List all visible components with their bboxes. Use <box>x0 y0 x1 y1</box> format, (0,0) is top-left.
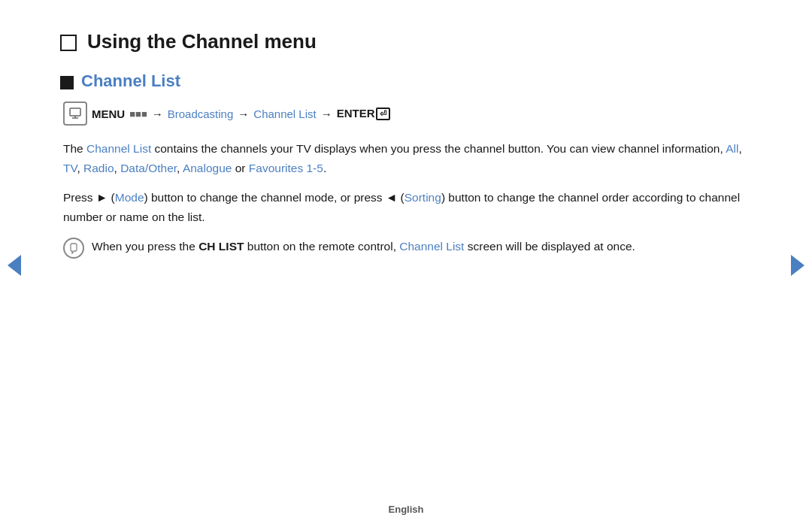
channel-list-blue: Channel List <box>399 240 464 253</box>
svg-rect-0 <box>70 108 80 116</box>
favourites-inline: Favourites 1-5 <box>249 162 323 174</box>
menu-hand-icon <box>63 101 87 126</box>
nav-arrow-right[interactable] <box>791 255 804 276</box>
arrow2: → <box>238 108 249 120</box>
nav-arrow-left[interactable] <box>8 255 21 276</box>
section-title-text: Channel List <box>81 71 180 91</box>
section-title-row: Channel List <box>60 71 752 91</box>
main-title-text: Using the Channel menu <box>87 30 317 53</box>
all-inline: All <box>726 142 738 155</box>
data-other-inline: Data/Other <box>120 162 177 174</box>
ch-list-bold: CH LIST <box>198 240 244 253</box>
footer-language: English <box>389 504 424 515</box>
checkbox-icon <box>60 35 77 51</box>
channel-list-inline-1: Channel List <box>86 142 151 155</box>
menu-label: MENU <box>92 108 125 120</box>
channel-list-link: Channel List <box>253 108 316 120</box>
broadcasting-link: Broadcasting <box>168 108 234 120</box>
note-text: When you press the CH LIST button on the… <box>92 237 635 256</box>
note-section: When you press the CH LIST button on the… <box>60 237 752 259</box>
main-title-row: Using the Channel menu <box>60 30 752 53</box>
arrow3: → <box>321 108 332 120</box>
enter-label: ENTER⏎ <box>337 107 390 121</box>
menu-path-row: MENU ■■■ → Broadcasting → Channel List →… <box>60 101 752 126</box>
radio-inline: Radio <box>83 162 114 174</box>
sorting-inline: Sorting <box>404 191 441 204</box>
analogue-inline: Analogue <box>183 162 232 174</box>
note-icon <box>63 238 84 259</box>
page-container: Using the Channel menu Channel List MENU… <box>0 0 812 530</box>
mode-inline: Mode <box>115 191 144 204</box>
tv-inline: TV <box>63 162 77 174</box>
black-square-icon <box>60 76 74 89</box>
arrow1: → <box>152 108 163 120</box>
body-paragraph-1: The Channel List contains the channels y… <box>60 139 752 177</box>
body-paragraph-2: Press ► (Mode) button to change the chan… <box>60 188 752 226</box>
